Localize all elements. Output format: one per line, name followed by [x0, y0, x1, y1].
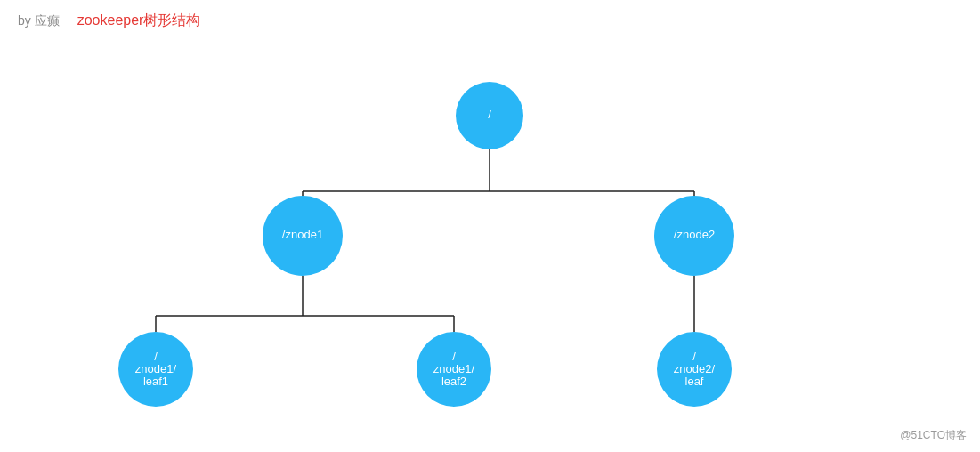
node-leaf1-line2: znode1/ — [135, 362, 177, 375]
node-leaf3-line2: znode2/ — [674, 362, 716, 375]
node-leaf2-line2: znode1/ — [433, 362, 475, 375]
node-leaf2-line1: / — [452, 350, 456, 363]
node-root-label: / — [488, 108, 491, 121]
node-leaf1-line3: leaf1 — [143, 375, 168, 388]
node-leaf2-line3: leaf2 — [441, 375, 466, 388]
node-znode2-label: /znode2 — [674, 228, 715, 241]
node-leaf3-line1: / — [692, 350, 696, 363]
node-leaf1-line1: / — [154, 350, 158, 363]
node-znode1-label: /znode1 — [282, 228, 323, 241]
tree-diagram: / /znode1 /znode2 / znode1/ leaf1 / znod… — [0, 0, 980, 452]
node-leaf3-line3: leaf — [685, 375, 704, 388]
watermark-label: @51CTO博客 — [900, 428, 967, 443]
